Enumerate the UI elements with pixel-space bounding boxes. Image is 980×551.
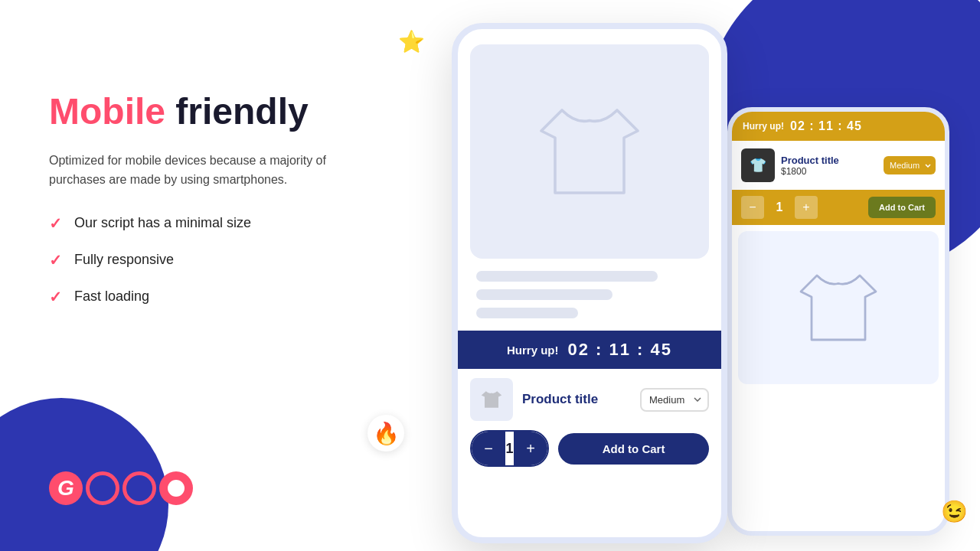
title-mobile: Mobile [49, 91, 165, 132]
title-friendly: friendly [165, 91, 309, 132]
phone-bg-mockup: Hurry up! 02 : 11 : 45 👕 Product title $… [727, 107, 949, 536]
bg-qty-increase[interactable]: + [795, 196, 818, 219]
bg-product-row: 👕 Product title $1800 Medium Small Large [732, 141, 945, 190]
info-line-2 [476, 289, 612, 300]
shirt-illustration [521, 83, 658, 220]
cart-product-title: Product title [522, 392, 631, 407]
bg-product-title: Product title [781, 155, 877, 166]
feature-text-1: Our script has a minimal size [74, 215, 251, 231]
features-list: ✓ Our script has a minimal size ✓ Fully … [49, 214, 432, 306]
bg-shirt-area [738, 231, 939, 384]
feature-text-2: Fully responsive [74, 252, 174, 268]
info-line-3 [476, 308, 578, 318]
feature-item-3: ✓ Fast loading [49, 288, 432, 306]
phone-main: Hurry up! 02 : 11 : 45 Product title Med… [452, 23, 727, 543]
qty-add-row: − 1 + Add to Cart [458, 430, 721, 479]
main-title: Mobile friendly [49, 92, 432, 132]
check-icon-2: ✓ [49, 251, 62, 269]
star-emoji: ⭐ [398, 29, 425, 54]
size-select[interactable]: Medium Small Large [640, 388, 709, 412]
check-icon-1: ✓ [49, 214, 62, 233]
quantity-increase-button[interactable]: + [514, 432, 547, 465]
cart-thumb-shirt [478, 386, 505, 413]
logo: G [49, 471, 193, 505]
wink-emoji: 😉 [941, 499, 968, 524]
check-icon-3: ✓ [49, 288, 62, 306]
bg-product-thumb: 👕 [741, 148, 775, 182]
bg-add-to-cart-button[interactable]: Add to Cart [868, 197, 936, 218]
countdown-bar: Hurry up! 02 : 11 : 45 [458, 331, 721, 369]
product-info-placeholder [470, 271, 709, 318]
phone-bg: Hurry up! 02 : 11 : 45 👕 Product title $… [727, 107, 949, 536]
bg-size-select[interactable]: Medium Small Large [884, 156, 936, 174]
fire-emoji: 🔥 [368, 415, 404, 452]
description-text: Optimized for mobile devices because a m… [49, 151, 371, 190]
add-to-cart-button[interactable]: Add to Cart [558, 433, 709, 465]
bg-product-price: $1800 [781, 166, 877, 177]
logo-o2 [122, 471, 156, 505]
bg-timer-display: 02 : 11 : 45 [790, 119, 862, 133]
bg-qty-row: − 1 + Add to Cart [732, 190, 945, 225]
cart-thumbnail [470, 378, 513, 421]
info-line-1 [476, 271, 658, 282]
bg-qty-value: 1 [770, 201, 789, 214]
phone-mockup-main: Hurry up! 02 : 11 : 45 Product title Med… [452, 23, 727, 543]
bg-qty-decrease[interactable]: − [741, 196, 764, 219]
bg-shirt-illustration [785, 254, 892, 361]
feature-text-3: Fast loading [74, 289, 149, 305]
logo-g: G [49, 471, 83, 505]
bg-countdown-bar: Hurry up! 02 : 11 : 45 [732, 112, 945, 141]
logo-o3 [159, 471, 193, 505]
timer-display: 02 : 11 : 45 [567, 340, 672, 360]
bg-product-info: Product title $1800 [781, 155, 877, 177]
bg-hurry-label: Hurry up! [743, 121, 784, 132]
hurry-label: Hurry up! [507, 344, 559, 357]
product-image-area [470, 44, 709, 259]
logo-o1 [86, 471, 119, 505]
quantity-decrease-button[interactable]: − [472, 432, 505, 465]
left-content: Mobile friendly Optimized for mobile dev… [49, 92, 432, 306]
phone-inner [458, 29, 721, 318]
feature-item-2: ✓ Fully responsive [49, 251, 432, 269]
cart-section: Product title Medium Small Large [458, 369, 721, 430]
feature-item-1: ✓ Our script has a minimal size [49, 214, 432, 233]
quantity-control: − 1 + [470, 430, 549, 467]
quantity-value: 1 [505, 435, 514, 463]
